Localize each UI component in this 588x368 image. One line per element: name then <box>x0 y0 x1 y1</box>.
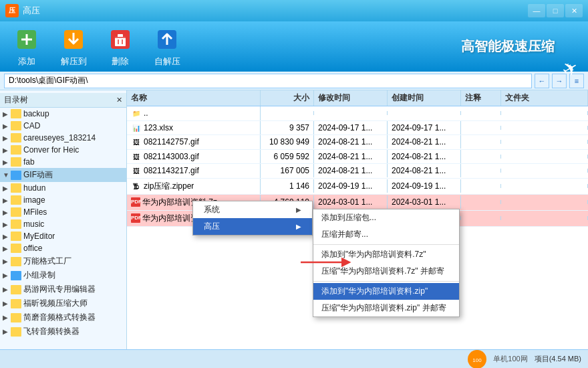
delete-button[interactable]: 删除 <box>100 23 140 71</box>
sidebar-item-music[interactable]: ▶ music <box>0 218 126 230</box>
submenu-item-add-7z[interactable]: 添加到"华为内部培训资料.7z" <box>313 246 459 263</box>
file-note <box>461 169 501 173</box>
sidebar-item-feiz[interactable]: ▶ 飞转音频转换器 <box>0 325 126 339</box>
sidebar-item-editor[interactable]: ▶ 易游网讯专用编辑器 <box>0 282 126 296</box>
expand-icon: ▶ <box>3 209 11 216</box>
sidebar-item-conver[interactable]: ▶ Conver for Heic <box>0 144 126 156</box>
sidebar-item-cad[interactable]: ▶ CAD <box>0 120 126 132</box>
file-name: 🖼0821143003.gif <box>127 150 261 164</box>
app-icon: 压 <box>5 4 19 17</box>
gif-icon: 🖼 <box>131 152 142 161</box>
sidebar-item-label: MFiles <box>23 207 47 217</box>
sidebar-item-hudun[interactable]: ▶ hudun <box>0 182 126 194</box>
sidebar-item-careuseyes[interactable]: ▶ careuseyes_183214 <box>0 132 126 144</box>
window-controls: — □ ✕ <box>528 4 583 17</box>
sidebar-item-label: 飞转音频转换器 <box>23 326 80 337</box>
expand-icon: ▶ <box>3 185 11 192</box>
folder-up-icon: 📁 <box>131 109 142 118</box>
context-menu-gaoya[interactable]: 高压 ▶ <box>193 218 312 235</box>
file-note <box>461 216 501 220</box>
sidebar-item-backup[interactable]: ▶ backup <box>0 108 126 120</box>
expand-icon: ▼ <box>3 171 11 179</box>
address-input[interactable] <box>4 74 532 88</box>
table-row[interactable]: 🗜zip压缩.zipper 1 146 2024-09-19 1... 2024… <box>127 179 588 195</box>
project-count: 项目(4.54 MB) <box>535 354 581 364</box>
table-row[interactable]: 🖼0821143003.gif 6 059 592 2024-08-21 1..… <box>127 150 588 165</box>
folder-icon <box>11 133 21 143</box>
header-created: 创建时间 <box>388 90 461 106</box>
table-row[interactable]: 🖼0821143217.gif 167 005 2024-08-21 1... … <box>127 164 588 179</box>
add-button[interactable]: 添加 <box>7 23 47 71</box>
sidebar-item-myeditor[interactable]: ▶ MyEditor <box>0 230 126 242</box>
selfextract-icon <box>154 26 180 53</box>
sidebar-item-office[interactable]: ▶ office <box>0 242 126 254</box>
title-bar: 压 高压 — □ ✕ <box>0 0 588 21</box>
folder-icon <box>11 109 21 118</box>
file-folder <box>501 111 588 115</box>
expand-icon: ▶ <box>3 197 11 204</box>
sidebar-item-xiaozu[interactable]: ▶ 小组录制 <box>0 268 126 282</box>
sidebar-item-label: office <box>23 244 42 253</box>
context-menu-system-label: 系统 <box>204 204 220 215</box>
file-size <box>261 111 314 115</box>
sidebar-item-fab[interactable]: ▶ fab <box>0 156 126 168</box>
gif-icon: 🖼 <box>131 167 142 176</box>
sidebar-item-label: 福昕视频压缩大师 <box>23 298 88 309</box>
sidebar: 目录树 ✕ ▶ backup ▶ CAD ▶ careuseyes_183214… <box>0 90 127 349</box>
header-folder: 文件夹 <box>501 90 588 106</box>
submenu-item-compress-zip-email[interactable]: 压缩"华为内部培训资料.zip" 并邮寄 <box>313 300 459 316</box>
expand-icon: ▶ <box>3 258 11 265</box>
sidebar-item-label: image <box>23 195 45 205</box>
expand-icon: ▶ <box>3 314 11 321</box>
selfextract-button[interactable]: 自解压 <box>147 23 187 71</box>
expand-icon: ▶ <box>3 300 11 307</box>
folder-icon <box>11 219 21 229</box>
table-row[interactable]: 📊123.xlsx 9 357 2024-09-17 1... 2024-09-… <box>127 121 588 136</box>
expand-icon: ▶ <box>3 134 11 142</box>
file-note <box>461 140 501 144</box>
sidebar-item-image[interactable]: ▶ image <box>0 194 126 206</box>
file-created: 2024-08-21 1... <box>388 150 461 163</box>
sidebar-close-icon[interactable]: ✕ <box>116 96 122 104</box>
folder-icon <box>11 313 21 323</box>
close-button[interactable]: ✕ <box>565 4 583 17</box>
status-text: 单机100网 <box>493 354 527 364</box>
sidebar-item-gif[interactable]: ▼ GIF动画 <box>0 168 126 182</box>
file-name: 🖼0821142757.gif <box>127 135 261 149</box>
submenu-item-add-archive[interactable]: 添加到压缩包... <box>313 209 459 226</box>
folder-icon <box>11 271 21 280</box>
toolbar: 添加 解压到 <box>0 21 588 72</box>
sidebar-title: 目录树 <box>4 94 28 106</box>
sidebar-item-label: MyEditor <box>23 232 55 241</box>
selfextract-label: 自解压 <box>154 56 180 68</box>
minimize-button[interactable]: — <box>528 4 545 17</box>
sidebar-item-jianmo[interactable]: ▶ 简磨音频格式转换器 <box>0 310 126 325</box>
folder-icon <box>11 327 21 337</box>
header-name: 名称 <box>127 90 261 106</box>
submenu-item-compress-7z-email[interactable]: 压缩"华为内部培训资料.7z" 并邮寄 <box>313 263 459 280</box>
sidebar-item-waneng[interactable]: ▶ 万能格式工厂 <box>0 254 126 268</box>
expand-icon: ▶ <box>3 122 11 130</box>
folder-icon <box>11 257 21 266</box>
file-folder <box>501 200 588 204</box>
table-row[interactable]: 📁.. <box>127 106 588 121</box>
sidebar-item-label: careuseyes_183214 <box>23 133 96 143</box>
excel-icon: 📊 <box>131 123 142 132</box>
sidebar-item-label: GIF动画 <box>23 169 53 181</box>
nav-back-button[interactable]: ← <box>535 74 549 88</box>
app-title: 高压 <box>23 5 528 17</box>
submenu-item-add-zip[interactable]: 添加到"华为内部培训资料.zip" <box>313 283 459 300</box>
file-created: 2024-08-21 1... <box>388 135 461 149</box>
extract-button[interactable]: 解压到 <box>53 23 94 71</box>
context-menu-system[interactable]: 系统 ▶ <box>193 201 312 218</box>
sidebar-item-label: 小组录制 <box>23 270 55 281</box>
folder-icon <box>11 299 21 308</box>
table-row[interactable]: 🖼0821142757.gif 10 830 949 2024-08-21 1.… <box>127 135 588 150</box>
submenu-item-compress-email[interactable]: 压缩并邮寄... <box>313 226 459 243</box>
address-bar: ← → ≡ <box>0 72 588 90</box>
svg-text:100: 100 <box>473 357 482 363</box>
maximize-button[interactable]: □ <box>547 4 564 17</box>
sidebar-item-fuxi[interactable]: ▶ 福昕视频压缩大师 <box>0 296 126 310</box>
sidebar-item-label: music <box>23 219 44 229</box>
sidebar-item-mfiles[interactable]: ▶ MFiles <box>0 206 126 218</box>
